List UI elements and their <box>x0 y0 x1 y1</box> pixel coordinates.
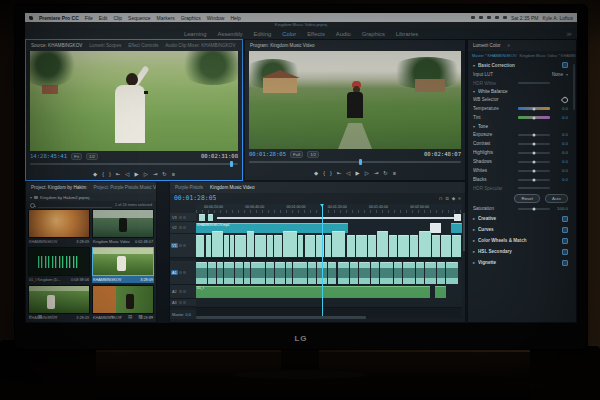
eyedropper-icon[interactable] <box>561 95 569 103</box>
lumetri-scrollbar[interactable] <box>573 64 575 110</box>
track-target-v1[interactable]: V1 <box>171 243 178 248</box>
input-lut-select[interactable]: None <box>552 72 563 77</box>
apple-icon[interactable] <box>29 16 33 20</box>
timeline-vertical-scrollbar[interactable] <box>463 213 465 251</box>
search-input[interactable] <box>38 203 112 208</box>
track-target-v3[interactable]: V3 <box>171 215 178 220</box>
track-lock-icon[interactable] <box>183 290 186 293</box>
timeline-clip[interactable] <box>430 223 441 233</box>
track-target-a2[interactable]: A2 <box>171 289 178 294</box>
timeline-clip[interactable] <box>452 235 461 257</box>
slider-track-whites[interactable] <box>518 170 550 172</box>
reset-button[interactable]: Reset <box>514 194 539 203</box>
workspace-tab-assembly[interactable]: Assembly <box>217 31 242 37</box>
timeline-clip[interactable] <box>441 235 452 257</box>
source-playhead-knob[interactable] <box>230 161 233 167</box>
timeline-clip[interactable] <box>251 262 264 284</box>
marker-icon[interactable]: ◆ <box>452 196 456 201</box>
project-item-1[interactable]: KHAMBINGKOV3:28:09 <box>28 209 90 245</box>
source-go-to-in-button[interactable]: ⇤ <box>116 172 121 177</box>
menu-item-file[interactable]: File <box>85 15 93 21</box>
program-zoom-select[interactable]: Full <box>290 151 303 158</box>
lumetri-group-white-balance[interactable]: ▾White Balance <box>468 87 573 95</box>
project-item-3[interactable]: 01_I Kingdom (D...0:03:38:06 <box>28 247 90 283</box>
lumetri-section-curves[interactable]: ▸Curves <box>468 224 573 235</box>
menu-time[interactable]: Sat 2:35 PM <box>511 15 539 21</box>
timeline-clip[interactable] <box>437 262 445 284</box>
section-enable-checkbox[interactable] <box>562 238 568 244</box>
timeline-clip[interactable] <box>293 262 306 284</box>
timeline-clip[interactable] <box>230 235 234 257</box>
program-play-button[interactable]: ▶ <box>355 171 359 176</box>
timeline-clip[interactable] <box>419 231 430 257</box>
slider-track-saturation[interactable] <box>518 208 550 210</box>
timeline-clip[interactable] <box>255 235 266 257</box>
timeline-clip[interactable] <box>283 231 296 257</box>
slider-knob[interactable] <box>533 169 536 172</box>
source-scrub-bar[interactable] <box>30 161 238 167</box>
source-settings-button[interactable]: ≡ <box>172 172 175 177</box>
menu-item-window[interactable]: Window <box>207 15 225 21</box>
section-enable-checkbox[interactable] <box>562 227 568 233</box>
new-item-icon[interactable]: ▧ <box>138 314 142 319</box>
slider-knob[interactable] <box>533 116 536 119</box>
timeline-clip[interactable] <box>206 235 212 257</box>
lumetri-section-vignette[interactable]: ▸Vignette <box>468 257 573 268</box>
workspace-tab-audio[interactable]: Audio <box>336 31 351 37</box>
lumetri-master-clip[interactable]: Master * KHAMBINGKOV <box>472 53 517 58</box>
timeline-clip[interactable] <box>332 231 345 257</box>
timeline-clip[interactable] <box>347 235 355 257</box>
program-settings-button[interactable]: ≡ <box>393 171 396 176</box>
section-enable-checkbox[interactable] <box>562 260 568 266</box>
workspace-tab-graphics[interactable]: Graphics <box>362 31 385 37</box>
track-lock-icon[interactable] <box>183 271 186 274</box>
project-item-4[interactable]: KHAMBINGKOV3:28:09 <box>92 247 154 283</box>
program-step-back-button[interactable]: ◁ <box>346 171 350 176</box>
timeline-clip[interactable] <box>350 262 358 284</box>
timeline-clip[interactable] <box>394 262 402 284</box>
source-loop-button[interactable]: ↻ <box>162 172 167 177</box>
workspace-tab-learning[interactable]: Learning <box>184 31 207 37</box>
timeline-horizontal-scrollbar[interactable] <box>196 316 366 319</box>
timeline-clip[interactable] <box>208 214 213 221</box>
track-toggle-icon[interactable] <box>179 290 182 293</box>
timeline-clip[interactable] <box>196 262 207 284</box>
track-target-a3[interactable]: A3 <box>171 300 178 305</box>
zoom-slider[interactable]: ─○─ <box>48 314 57 319</box>
timeline-clip[interactable] <box>454 214 461 221</box>
slider-track-hdr-specular[interactable] <box>518 187 550 189</box>
tab-lumetri-color[interactable]: Lumetri Color <box>473 43 501 48</box>
tab-project-kingdom-by-hakim[interactable]: Project: Kingdom by Hakim <box>31 185 86 190</box>
lumetri-section-hsl-secondary[interactable]: ▸HSL Secondary <box>468 246 573 257</box>
snap-icon[interactable]: ⊓ <box>439 196 443 201</box>
battery-icon[interactable] <box>503 16 507 19</box>
workspace-overflow-icon[interactable]: ≫ <box>566 31 572 37</box>
track-a2[interactable]: 01_I <box>196 285 462 300</box>
slider-knob[interactable] <box>533 178 536 181</box>
track-a3[interactable] <box>196 299 462 308</box>
menu-item-clip[interactable]: Clip <box>113 15 122 21</box>
track-toggle-icon[interactable] <box>179 216 182 219</box>
program-mark-in-button[interactable]: { <box>323 171 325 176</box>
timeline-clip[interactable] <box>286 262 292 284</box>
automate-to-sequence-icon[interactable]: ⇥ <box>110 314 114 319</box>
lumetri-section-basic-correction[interactable]: ▾Basic Correction <box>468 60 573 70</box>
source-mark-out-button[interactable]: } <box>109 172 111 177</box>
timeline-clip[interactable] <box>377 231 388 257</box>
section-enable-checkbox[interactable] <box>562 216 568 222</box>
track-header-v1[interactable]: V1 <box>170 234 196 258</box>
slider-knob[interactable] <box>533 133 536 136</box>
program-step-forward-button[interactable]: ▷ <box>365 171 369 176</box>
timeline-clip[interactable] <box>217 217 454 219</box>
track-target-a1[interactable]: A1 <box>171 270 178 275</box>
track-lock-icon[interactable] <box>183 301 186 304</box>
project-bin-row[interactable]: ▾ Kingdom by Hakim2.prproj <box>26 193 156 201</box>
timeline-timecode[interactable]: 00:01:28:05 <box>174 194 216 202</box>
slider-knob[interactable] <box>533 142 536 145</box>
source-step-back-button[interactable]: ◁ <box>125 172 129 177</box>
timeline-clip[interactable] <box>274 235 283 257</box>
source-zoom-select[interactable]: Fit <box>71 153 82 160</box>
timeline-clip[interactable] <box>380 262 393 284</box>
wifi-icon[interactable] <box>495 16 499 19</box>
timeline-clip[interactable] <box>235 235 246 257</box>
